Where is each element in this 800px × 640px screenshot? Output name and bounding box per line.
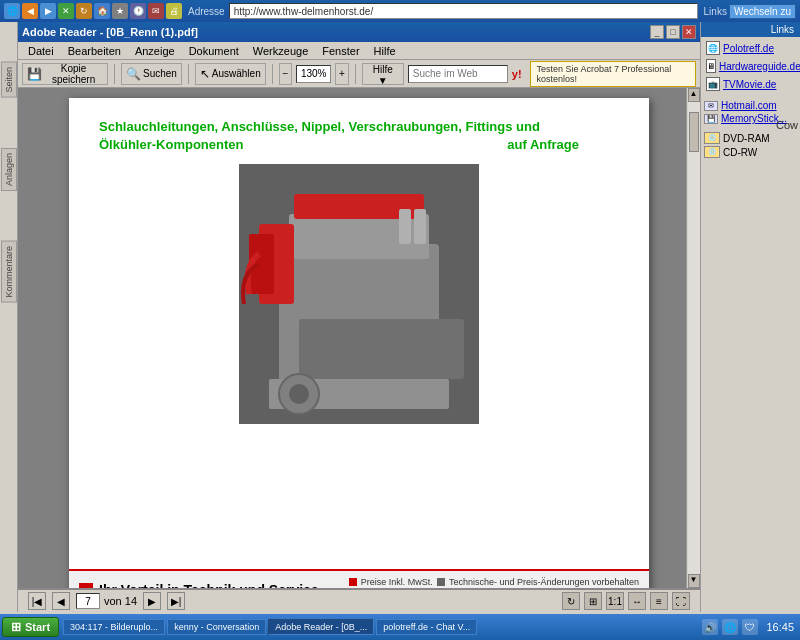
- back-icon[interactable]: ◀: [22, 3, 38, 19]
- menu-anzeige[interactable]: Anzeige: [129, 45, 181, 57]
- start-button[interactable]: ⊞ Start: [2, 617, 59, 637]
- svg-rect-19: [399, 209, 411, 244]
- pdf-image-container: [99, 164, 619, 424]
- first-page-button[interactable]: |◀: [28, 592, 46, 610]
- menu-bearbeiten[interactable]: Bearbeiten: [62, 45, 127, 57]
- fav-icon[interactable]: ★: [112, 3, 128, 19]
- systray-icon-2: 🌐: [722, 619, 738, 635]
- drive-cdrw[interactable]: 💿 CD-RW: [701, 145, 800, 159]
- systray-icon-1: 🔊: [702, 619, 718, 635]
- link-hardwareguide[interactable]: 🖥 Hardwareguide.de: [703, 57, 798, 75]
- windows-logo: ⊞: [11, 620, 21, 634]
- fit-page-icon[interactable]: ⊞: [584, 592, 602, 610]
- right-sidebar: Links 🌐 Polotreff.de 🖥 Hardwareguide.de …: [700, 22, 800, 612]
- scroll-track: [688, 102, 700, 574]
- menu-dokument[interactable]: Dokument: [183, 45, 245, 57]
- link-text-polotreff: Polotreff.de: [723, 43, 774, 54]
- toolbar-divider-3: [272, 64, 273, 84]
- menu-datei[interactable]: Datei: [22, 45, 60, 57]
- address-input[interactable]: http://www.thw-delmenhorst.de/: [229, 3, 698, 19]
- svg-point-18: [289, 384, 309, 404]
- full-screen-icon[interactable]: ⛶: [672, 592, 690, 610]
- footer-red-square: [79, 583, 93, 589]
- menu-hilfe[interactable]: Hilfe: [368, 45, 402, 57]
- print-icon[interactable]: 🖨: [166, 3, 182, 19]
- zoom-out-button[interactable]: −: [279, 63, 293, 85]
- toolbar-divider-4: [355, 64, 356, 84]
- footer-price: Preise Inkl. MwSt.: [361, 577, 433, 587]
- save-copy-button[interactable]: 💾 Kopie speichern: [22, 63, 108, 85]
- save-icon: 💾: [27, 67, 42, 81]
- bottom-right-icons: ↻ ⊞ 1:1 ↔ ≡ ⛶: [562, 592, 690, 610]
- scroll-up[interactable]: ▲: [688, 88, 700, 102]
- start-label: Start: [25, 621, 50, 633]
- pdf-header-line1: Schlauchleitungen, Anschlüsse, Nippel, V…: [99, 119, 540, 134]
- acrobat-promo[interactable]: Testen Sie Acrobat 7 Professional kosten…: [530, 61, 696, 87]
- yahoo-icon: y!: [512, 68, 522, 80]
- drive-icon-dvd: 💿: [704, 132, 720, 144]
- links-list: 🌐 Polotreff.de 🖥 Hardwareguide.de 📺 TVMo…: [701, 37, 800, 95]
- link-polotreff[interactable]: 🌐 Polotreff.de: [703, 39, 798, 57]
- anlagen-tab[interactable]: Anlagen: [1, 148, 17, 191]
- drive-text-cd: CD-RW: [723, 147, 757, 158]
- maximize-button[interactable]: □: [666, 25, 680, 39]
- kommentare-tab[interactable]: Kommentare: [1, 241, 17, 303]
- select-button[interactable]: ↖ Auswählen: [195, 63, 266, 85]
- home-icon[interactable]: 🏠: [94, 3, 110, 19]
- minimize-button[interactable]: _: [650, 25, 664, 39]
- forward-icon[interactable]: ▶: [40, 3, 56, 19]
- search-label: Suchen: [143, 68, 177, 79]
- window-title: Adobe Reader - [0B_Renn (1).pdf]: [22, 26, 198, 38]
- mail-icon[interactable]: ✉: [148, 3, 164, 19]
- pdf-header: Schlauchleitungen, Anschlüsse, Nippel, V…: [99, 118, 619, 154]
- history-icon[interactable]: 🕐: [130, 3, 146, 19]
- wechseln-button[interactable]: Wechseln zu: [729, 4, 796, 19]
- zoom-value: 130%: [301, 68, 327, 79]
- zoom-in-button[interactable]: +: [335, 63, 349, 85]
- help-button[interactable]: Hilfe ▼: [362, 63, 404, 85]
- links-header: Links: [701, 22, 800, 37]
- close-button[interactable]: ✕: [682, 25, 696, 39]
- web-search-input[interactable]: [408, 65, 508, 83]
- actual-size-icon[interactable]: 1:1: [606, 592, 624, 610]
- last-page-button[interactable]: ▶|: [167, 592, 185, 610]
- next-page-button[interactable]: ▶: [143, 592, 161, 610]
- footer-price-line: Preise Inkl. MwSt. Technische- und Preis…: [349, 577, 639, 587]
- taskbar-item-acrobat[interactable]: Adobe Reader - [0B_...: [268, 619, 374, 635]
- scroll-down[interactable]: ▼: [688, 574, 700, 588]
- fit-width-icon[interactable]: ↔: [628, 592, 646, 610]
- taskbar-right: 🔊 🌐 🛡 16:45: [702, 619, 798, 635]
- search-icon: 🔍: [126, 67, 141, 81]
- page-number-input[interactable]: [76, 593, 100, 609]
- toolbar-divider-2: [188, 64, 189, 84]
- fav-text-hotmail: Hotmail.com: [721, 100, 777, 111]
- rotate-icon[interactable]: ↻: [562, 592, 580, 610]
- link-icon-polotreff: 🌐: [706, 41, 720, 55]
- engine-image: [239, 164, 479, 424]
- scroll-thumb[interactable]: [689, 112, 699, 152]
- taskbar-item-kenny[interactable]: kenny - Conversation: [167, 619, 266, 635]
- fav-icon-hotmail: ✉: [704, 101, 718, 111]
- pdf-viewer: Schlauchleitungen, Anschlüsse, Nippel, V…: [18, 88, 700, 588]
- reflow-icon[interactable]: ≡: [650, 592, 668, 610]
- taskbar-item-polo[interactable]: polotreff.de - Chat V...: [376, 619, 477, 635]
- search-button[interactable]: 🔍 Suchen: [121, 63, 182, 85]
- systray-icon-3: 🛡: [742, 619, 758, 635]
- menu-werkzeuge[interactable]: Werkzeuge: [247, 45, 314, 57]
- seiten-tab[interactable]: Seiten: [1, 62, 17, 98]
- svg-rect-15: [299, 319, 464, 379]
- top-address-bar: 🌐 ◀ ▶ ✕ ↻ 🏠 ★ 🕐 ✉ 🖨 Adresse http://www.t…: [0, 0, 800, 22]
- fav-hotmail[interactable]: ✉ Hotmail.com: [701, 99, 800, 112]
- stop-icon[interactable]: ✕: [58, 3, 74, 19]
- taskbar-item-bilderupload[interactable]: 304:117 - Bilderuplo...: [63, 619, 165, 635]
- refresh-icon[interactable]: ↻: [76, 3, 92, 19]
- scrollbar[interactable]: ▲ ▼: [686, 88, 700, 588]
- link-tvmovie[interactable]: 📺 TVMovie.de: [703, 75, 798, 93]
- menu-fenster[interactable]: Fenster: [316, 45, 365, 57]
- toolbar: 💾 Kopie speichern 🔍 Suchen ↖ Auswählen −…: [18, 60, 700, 88]
- prev-page-button[interactable]: ◀: [52, 592, 70, 610]
- drive-dvdram[interactable]: 💿 DVD-RAM: [701, 131, 800, 145]
- footer-left: Ihr Vorteil in Technik und Service: [79, 582, 319, 589]
- footer-right: Preise Inkl. MwSt. Technische- und Preis…: [349, 577, 639, 588]
- drive-text-dvd: DVD-RAM: [723, 133, 770, 144]
